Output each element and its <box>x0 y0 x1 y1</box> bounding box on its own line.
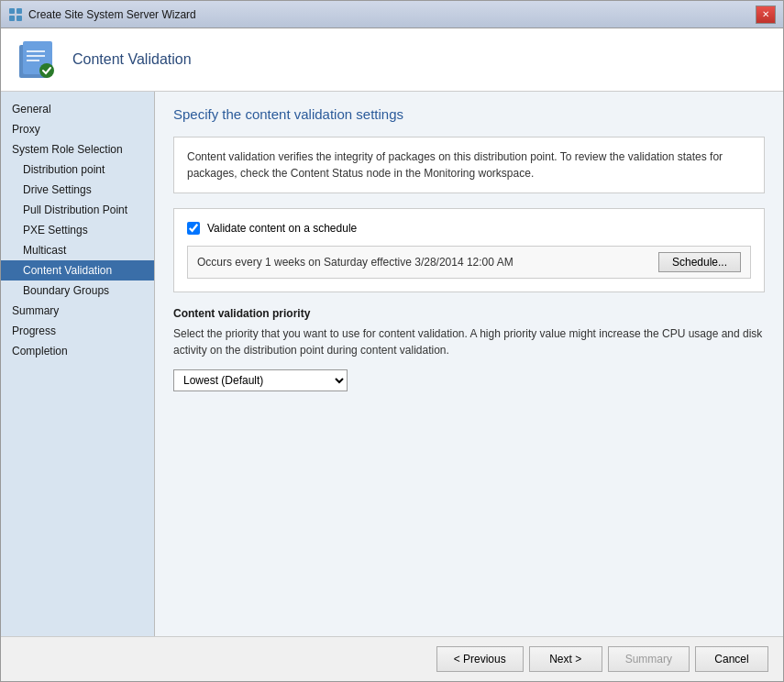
validate-checkbox[interactable] <box>187 222 200 235</box>
sidebar-item-distribution-point[interactable]: Distribution point <box>1 160 154 180</box>
sidebar-item-summary[interactable]: Summary <box>1 301 154 321</box>
svg-rect-3 <box>17 16 22 21</box>
sidebar-item-drive-settings[interactable]: Drive Settings <box>1 180 154 200</box>
schedule-row: Occurs every 1 weeks on Saturday effecti… <box>187 246 751 279</box>
sidebar-item-pull-distribution-point[interactable]: Pull Distribution Point <box>1 200 154 220</box>
sidebar: GeneralProxySystem Role SelectionDistrib… <box>1 92 155 636</box>
priority-title: Content validation priority <box>173 307 765 320</box>
previous-button[interactable]: < Previous <box>436 646 524 672</box>
header-area: Content Validation <box>1 28 783 92</box>
sidebar-item-pxe-settings[interactable]: PXE Settings <box>1 220 154 240</box>
content-area: GeneralProxySystem Role SelectionDistrib… <box>1 92 783 636</box>
app-icon <box>8 7 23 22</box>
header-title: Content Validation <box>72 51 192 68</box>
svg-point-9 <box>39 63 54 78</box>
next-button[interactable]: Next > <box>529 646 602 672</box>
main-content: Specify the content validation settings … <box>155 92 783 636</box>
main-window: Create Site System Server Wizard ✕ Conte… <box>0 0 784 682</box>
schedule-text: Occurs every 1 weeks on Saturday effecti… <box>197 256 513 269</box>
header-icon <box>16 38 60 82</box>
page-title: Specify the content validation settings <box>173 106 765 122</box>
sidebar-item-progress[interactable]: Progress <box>1 321 154 341</box>
validation-settings-box: Validate content on a schedule Occurs ev… <box>173 208 765 292</box>
svg-rect-1 <box>17 8 22 14</box>
svg-rect-8 <box>27 60 39 61</box>
close-button[interactable]: ✕ <box>756 6 776 24</box>
priority-select[interactable]: Lowest (Default)LowMediumHighHighest <box>173 369 348 391</box>
title-bar: Create Site System Server Wizard ✕ <box>1 1 783 28</box>
window-title: Create Site System Server Wizard <box>28 8 196 21</box>
svg-rect-7 <box>27 55 45 57</box>
sidebar-item-boundary-groups[interactable]: Boundary Groups <box>1 280 154 301</box>
svg-rect-2 <box>9 16 15 21</box>
svg-rect-6 <box>27 50 45 52</box>
description-text: Content validation verifies the integrit… <box>187 150 723 180</box>
priority-desc: Select the priority that you want to use… <box>173 325 765 358</box>
sidebar-item-system-role-selection[interactable]: System Role Selection <box>1 139 154 160</box>
footer: < Previous Next > Summary Cancel <box>1 636 783 681</box>
schedule-button[interactable]: Schedule... <box>658 252 741 272</box>
checkbox-label[interactable]: Validate content on a schedule <box>207 222 357 235</box>
title-bar-controls: ✕ <box>756 6 776 24</box>
checkbox-row: Validate content on a schedule <box>187 222 751 235</box>
summary-button[interactable]: Summary <box>608 646 690 672</box>
sidebar-item-proxy[interactable]: Proxy <box>1 119 154 139</box>
sidebar-item-completion[interactable]: Completion <box>1 341 154 361</box>
priority-section: Content validation priority Select the p… <box>173 307 765 391</box>
svg-rect-0 <box>9 8 15 14</box>
cancel-button[interactable]: Cancel <box>695 646 768 672</box>
description-box: Content validation verifies the integrit… <box>173 137 765 193</box>
sidebar-item-multicast[interactable]: Multicast <box>1 240 154 260</box>
title-bar-left: Create Site System Server Wizard <box>8 7 196 22</box>
sidebar-item-general[interactable]: General <box>1 99 154 119</box>
sidebar-item-content-validation[interactable]: Content Validation <box>1 260 154 280</box>
